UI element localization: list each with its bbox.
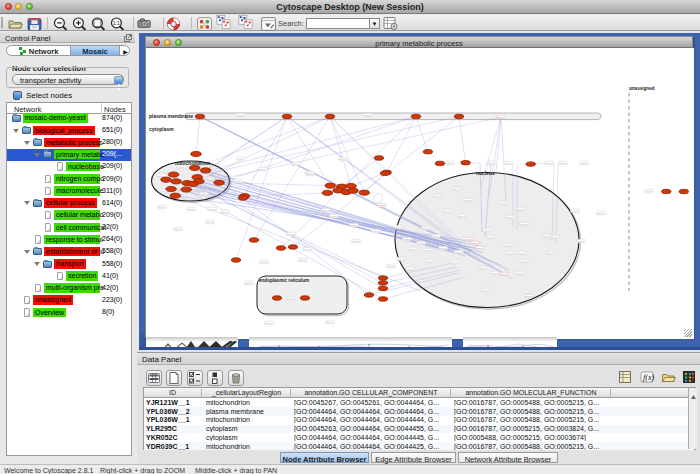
svg-text:[xxx.x]: [xxx.x] xyxy=(322,209,329,212)
svg-text:[xxx.x]: [xxx.x] xyxy=(424,249,431,252)
svg-text:[xxx.x]: [xxx.x] xyxy=(237,114,244,117)
svg-text:[xxx.x]: [xxx.x] xyxy=(545,162,552,165)
svg-text:[xxx.x]: [xxx.x] xyxy=(245,282,252,285)
svg-text:[xxx.x]: [xxx.x] xyxy=(234,180,241,183)
svg-text:[xxx.x]: [xxx.x] xyxy=(378,204,385,207)
svg-text:[xxx.x]: [xxx.x] xyxy=(597,212,604,215)
svg-text:[xxx.x]: [xxx.x] xyxy=(515,272,522,275)
svg-text:[xxx.x]: [xxx.x] xyxy=(330,215,337,218)
svg-text:[xxx.x]: [xxx.x] xyxy=(158,206,165,209)
svg-text:[xxx.x]: [xxx.x] xyxy=(577,240,584,243)
svg-text:[xxx.x]: [xxx.x] xyxy=(446,162,453,165)
svg-text:[xxx.x]: [xxx.x] xyxy=(645,190,652,193)
svg-text:[xxx.x]: [xxx.x] xyxy=(305,172,312,175)
svg-text:[xxx.x]: [xxx.x] xyxy=(520,260,527,263)
svg-text:[xxx.x]: [xxx.x] xyxy=(571,210,578,213)
svg-text:[xxx.x]: [xxx.x] xyxy=(458,215,465,218)
svg-text:[xxx.x]: [xxx.x] xyxy=(177,166,184,169)
svg-text:[xxx.x]: [xxx.x] xyxy=(551,236,558,239)
svg-text:[xxx.x]: [xxx.x] xyxy=(498,202,505,205)
svg-text:[xxx.x]: [xxx.x] xyxy=(350,224,357,227)
svg-text:[xxx.x]: [xxx.x] xyxy=(292,163,299,166)
svg-text:[xxx.x]: [xxx.x] xyxy=(443,210,450,213)
svg-text:endoplasmic reticulum: endoplasmic reticulum xyxy=(259,278,309,283)
svg-text:unassigned: unassigned xyxy=(629,86,655,91)
svg-text:[xxx.x]: [xxx.x] xyxy=(260,261,267,264)
svg-text:[xxx.x]: [xxx.x] xyxy=(455,251,462,254)
svg-text:[xxx.x]: [xxx.x] xyxy=(497,116,504,119)
svg-text:[xxx.x]: [xxx.x] xyxy=(479,267,486,270)
svg-text:[xxx.x]: [xxx.x] xyxy=(387,265,394,268)
svg-text:[xxx.x]: [xxx.x] xyxy=(403,238,410,241)
svg-text:[xxx.x]: [xxx.x] xyxy=(466,238,473,241)
svg-text:[xxx.x]: [xxx.x] xyxy=(471,242,478,245)
svg-text:[xxx.x]: [xxx.x] xyxy=(187,208,194,211)
svg-text:[xxx.x]: [xxx.x] xyxy=(520,223,527,226)
svg-text:[xxx.x]: [xxx.x] xyxy=(422,227,429,230)
svg-text:[xxx.x]: [xxx.x] xyxy=(425,260,432,263)
svg-text:[xxx.x]: [xxx.x] xyxy=(206,221,213,224)
svg-text:plasma membrane: plasma membrane xyxy=(149,113,193,119)
svg-text:[xxx.x]: [xxx.x] xyxy=(200,193,207,196)
svg-text:[xxx.x]: [xxx.x] xyxy=(409,248,416,251)
svg-text:[xxx.x]: [xxx.x] xyxy=(339,158,346,161)
svg-text:[xxx.x]: [xxx.x] xyxy=(303,248,310,251)
svg-text:[xxx.x]: [xxx.x] xyxy=(434,195,441,198)
svg-text:[xxx.x]: [xxx.x] xyxy=(237,158,244,161)
svg-text:[xxx.x]: [xxx.x] xyxy=(464,199,471,202)
svg-text:[xxx.x]: [xxx.x] xyxy=(352,240,359,243)
svg-text:[xxx.x]: [xxx.x] xyxy=(500,273,507,276)
svg-text:[xxx.x]: [xxx.x] xyxy=(482,289,489,292)
svg-text:f(x): f(x) xyxy=(643,373,654,382)
svg-text:[xxx.x]: [xxx.x] xyxy=(517,208,524,211)
svg-text:[xxx.x]: [xxx.x] xyxy=(439,247,446,250)
svg-text:[xxx.x]: [xxx.x] xyxy=(543,235,550,238)
svg-text:[xxx.x]: [xxx.x] xyxy=(395,226,402,229)
svg-text:[xxx.x]: [xxx.x] xyxy=(483,229,490,232)
svg-text:[xxx.x]: [xxx.x] xyxy=(372,230,379,233)
svg-text:[xxx.x]: [xxx.x] xyxy=(364,114,371,117)
svg-text:[xxx.x]: [xxx.x] xyxy=(476,247,483,250)
svg-text:[xxx.x]: [xxx.x] xyxy=(299,259,306,262)
svg-text:[xxx.x]: [xxx.x] xyxy=(580,162,587,165)
svg-text:[xxx.x]: [xxx.x] xyxy=(407,268,414,271)
svg-text:[xxx.x]: [xxx.x] xyxy=(287,233,294,236)
svg-text:cytoplasm: cytoplasm xyxy=(149,126,174,132)
svg-text:[xxx.x]: [xxx.x] xyxy=(452,188,459,191)
svg-text:[xxx.x]: [xxx.x] xyxy=(559,162,566,165)
svg-text:[xxx.x]: [xxx.x] xyxy=(487,162,494,165)
svg-text:nucleus: nucleus xyxy=(476,170,495,176)
svg-text:[xxx.x]: [xxx.x] xyxy=(505,252,512,255)
svg-text:[xxx.x]: [xxx.x] xyxy=(506,216,513,219)
svg-text:[xxx.x]: [xxx.x] xyxy=(491,272,498,275)
svg-text:[xxx.x]: [xxx.x] xyxy=(547,252,554,255)
svg-text:[xxx.x]: [xxx.x] xyxy=(397,258,404,261)
svg-text:[xxx.x]: [xxx.x] xyxy=(208,208,215,211)
svg-text:[xxx.x]: [xxx.x] xyxy=(517,252,524,255)
svg-text:[xxx.x]: [xxx.x] xyxy=(265,322,272,325)
svg-text:[xxx.x]: [xxx.x] xyxy=(417,242,424,245)
svg-text:[xxx.x]: [xxx.x] xyxy=(287,297,294,300)
svg-text:[xxx.x]: [xxx.x] xyxy=(432,235,439,238)
svg-text:[xxx.x]: [xxx.x] xyxy=(504,162,511,165)
svg-text:[xxx.x]: [xxx.x] xyxy=(525,295,532,298)
svg-text:[xxx.x]: [xxx.x] xyxy=(326,321,333,324)
svg-text:[xxx.x]: [xxx.x] xyxy=(451,261,458,264)
svg-text:[xxx.x]: [xxx.x] xyxy=(259,168,266,171)
svg-text:1:1: 1:1 xyxy=(113,21,120,26)
svg-text:[xxx.x]: [xxx.x] xyxy=(504,244,511,247)
svg-text:[xxx.x]: [xxx.x] xyxy=(174,228,181,231)
svg-text:[xxx.x]: [xxx.x] xyxy=(487,236,494,239)
svg-text:[xxx.x]: [xxx.x] xyxy=(221,211,228,214)
